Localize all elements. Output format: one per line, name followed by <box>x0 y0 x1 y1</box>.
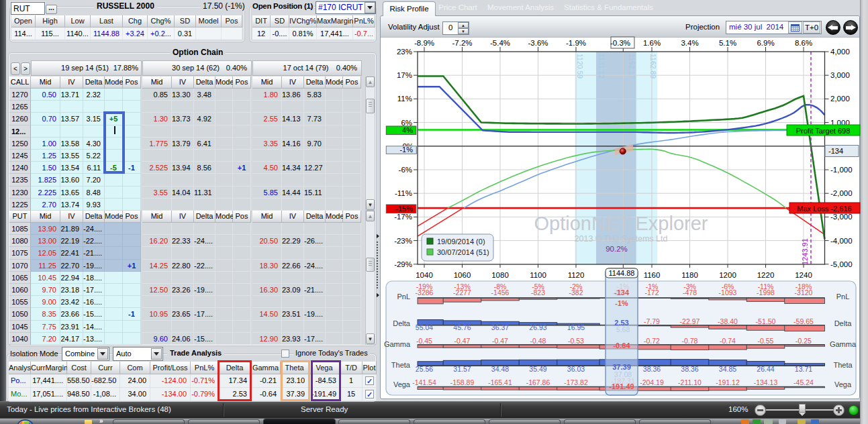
svg-text:-1093: -1093 <box>719 288 737 297</box>
svg-text:-191.12: -191.12 <box>716 378 740 386</box>
svg-text:2.53: 2.53 <box>614 319 628 327</box>
svg-text:1152.17: 1152.17 <box>628 54 636 78</box>
svg-text:Delta: Delta <box>834 319 853 327</box>
svg-text:38.36: 38.36 <box>643 365 661 373</box>
svg-text:1180: 1180 <box>681 271 698 279</box>
svg-text:1144.88: 1144.88 <box>609 269 635 277</box>
svg-text:1220: 1220 <box>757 271 775 279</box>
svg-text:-2277: -2277 <box>453 288 471 297</box>
svg-text:-23%: -23% <box>394 237 412 245</box>
svg-text:-173.82: -173.82 <box>564 378 588 386</box>
svg-text:-0.64: -0.64 <box>613 341 630 350</box>
svg-text:2,000: 2,000 <box>830 95 850 103</box>
svg-text:6%: 6% <box>401 119 412 127</box>
svg-text:2013 © THJ Systems Ltd: 2013 © THJ Systems Ltd <box>575 234 668 244</box>
svg-text:-191.49: -191.49 <box>609 382 634 390</box>
svg-text:-167.86: -167.86 <box>526 378 550 386</box>
svg-text:OptionNET Explorer: OptionNET Explorer <box>534 213 708 234</box>
svg-text:90.2%: 90.2% <box>606 245 628 253</box>
svg-text:5.1%: 5.1% <box>719 39 736 47</box>
svg-text:1120: 1120 <box>568 271 585 279</box>
svg-text:1200: 1200 <box>719 271 736 279</box>
svg-text:-2,000: -2,000 <box>830 189 853 197</box>
svg-text:Theta: Theta <box>833 361 853 369</box>
svg-text:-1%: -1% <box>615 299 628 307</box>
svg-text:-0.74: -0.74 <box>720 337 736 345</box>
svg-text:1160: 1160 <box>644 271 661 279</box>
svg-text:-141.54: -141.54 <box>412 378 436 386</box>
svg-text:34.48: 34.48 <box>491 365 509 373</box>
svg-text:Theta: Theta <box>391 361 411 369</box>
svg-text:Vega: Vega <box>834 380 852 388</box>
svg-text:-0.45: -0.45 <box>416 337 432 345</box>
svg-text:-1456: -1456 <box>491 288 510 297</box>
svg-text:-0.25: -0.25 <box>795 337 812 345</box>
svg-text:-45.24: -45.24 <box>793 378 814 386</box>
svg-text:34.85: 34.85 <box>719 365 736 373</box>
svg-text:-0.47: -0.47 <box>454 337 471 345</box>
svg-text:1080: 1080 <box>491 271 509 279</box>
svg-text:19/09/2014 (0): 19/09/2014 (0) <box>437 237 485 246</box>
svg-text:-134: -134 <box>614 288 630 297</box>
svg-text:-3.6%: -3.6% <box>528 39 548 47</box>
svg-text:1060: 1060 <box>454 271 471 279</box>
svg-text:-3286: -3286 <box>416 288 434 297</box>
svg-text:-59.65: -59.65 <box>793 317 814 325</box>
svg-text:-22.97: -22.97 <box>680 317 700 325</box>
svg-text:3,000: 3,000 <box>830 71 850 79</box>
svg-text:13.71: 13.71 <box>795 365 812 373</box>
svg-text:-6%: -6% <box>399 166 412 174</box>
svg-text:-204.19: -204.19 <box>640 378 664 386</box>
svg-text:-0.72: -0.72 <box>644 337 660 345</box>
svg-text:1.6%: 1.6% <box>643 39 661 47</box>
svg-text:37.39: 37.39 <box>612 363 631 371</box>
svg-text:-211.10: -211.10 <box>678 378 702 386</box>
svg-text:-1%: -1% <box>399 146 413 154</box>
svg-text:-0.78: -0.78 <box>682 337 698 345</box>
svg-text:26.93: 26.93 <box>529 323 546 331</box>
svg-text:-5,000: -5,000 <box>830 260 853 268</box>
svg-text:-7.2%: -7.2% <box>452 39 472 47</box>
svg-text:1162.89: 1162.89 <box>649 54 657 78</box>
svg-text:6.9%: 6.9% <box>757 39 774 47</box>
svg-text:3.4%: 3.4% <box>681 39 698 47</box>
svg-text:-0.55: -0.55 <box>758 337 774 345</box>
svg-text:25.56: 25.56 <box>416 365 433 373</box>
svg-text:-3120: -3120 <box>795 288 813 297</box>
svg-text:-382: -382 <box>569 288 583 297</box>
svg-text:1243.91: 1243.91 <box>801 238 809 265</box>
svg-text:-17%: -17% <box>394 213 412 221</box>
svg-text:Max Loss -2,616: Max Loss -2,616 <box>797 205 851 213</box>
svg-text:-0.47: -0.47 <box>492 337 508 345</box>
svg-text:-0.48: -0.48 <box>530 337 546 345</box>
svg-text:-823: -823 <box>531 288 545 297</box>
svg-text:Vega: Vega <box>393 380 411 388</box>
svg-text:35.49: 35.49 <box>529 365 546 373</box>
svg-text:-3,000: -3,000 <box>830 213 853 221</box>
svg-text:-478: -478 <box>683 288 697 297</box>
svg-text:-15%: -15% <box>395 205 413 213</box>
svg-text:-8.9%: -8.9% <box>414 39 434 47</box>
svg-text:1040: 1040 <box>416 271 433 279</box>
svg-text:1100: 1100 <box>530 271 546 279</box>
svg-text:1120.59: 1120.59 <box>576 54 584 78</box>
svg-text:-4,000: -4,000 <box>830 237 853 245</box>
svg-text:38.36: 38.36 <box>681 365 698 373</box>
svg-text:Delta: Delta <box>393 319 411 327</box>
svg-text:-165.41: -165.41 <box>488 378 512 386</box>
svg-text:11%: 11% <box>397 95 412 103</box>
svg-text:-1.9%: -1.9% <box>566 39 586 47</box>
svg-text:-0.3%: -0.3% <box>610 39 630 47</box>
svg-text:31.57: 31.57 <box>453 365 471 373</box>
svg-text:-1998: -1998 <box>757 288 775 297</box>
svg-text:23%: 23% <box>397 48 412 56</box>
svg-text:36.03: 36.03 <box>567 365 585 373</box>
svg-text:-1,000: -1,000 <box>830 166 853 174</box>
svg-text:-172: -172 <box>644 288 659 297</box>
svg-text:-38.40: -38.40 <box>718 317 738 325</box>
svg-text:17%: 17% <box>397 71 412 79</box>
svg-text:-134: -134 <box>828 147 843 155</box>
svg-text:1131.12: 1131.12 <box>597 54 606 78</box>
svg-text:16.95: 16.95 <box>567 323 585 331</box>
svg-text:Gamma: Gamma <box>384 340 411 348</box>
